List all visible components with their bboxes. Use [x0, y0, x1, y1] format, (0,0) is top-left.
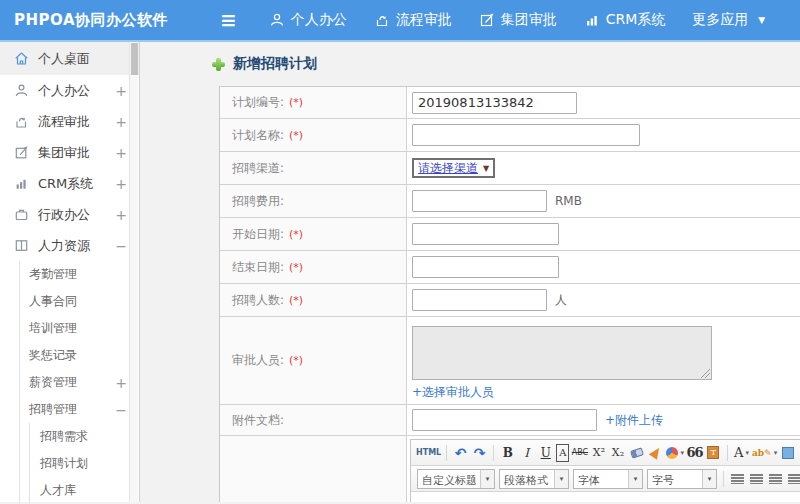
html-source-button[interactable]: HTML	[416, 444, 441, 462]
subitem-label: 招聘管理	[29, 401, 77, 418]
font-family-select[interactable]: 字体▾	[573, 469, 643, 489]
add-plus-icon	[212, 58, 225, 71]
plan-number-input[interactable]	[412, 92, 577, 114]
form-row-attachment: 附件文档: +附件上传	[220, 405, 800, 436]
sidebar: 个人桌面 个人办公 + 流程审批 + 集团审批 +	[0, 42, 140, 502]
form-row-end-date: 结束日期: (*)	[220, 251, 800, 284]
channel-select[interactable]: 请选择渠道 ▼	[412, 158, 495, 178]
topnav-personal-office[interactable]: 个人办公	[269, 11, 347, 29]
dropdown-arrow-icon: ▾	[702, 470, 716, 488]
dropdown-arrow-icon: ▾	[480, 470, 494, 488]
sidebar-subitem-hr-contract[interactable]: 人事合同	[20, 288, 139, 315]
sidebar-subitem-training[interactable]: 培训管理	[20, 315, 139, 342]
end-date-input[interactable]	[412, 256, 559, 278]
sidebar-item-workflow-approval[interactable]: 流程审批 +	[0, 106, 139, 137]
form-row-channel: 招聘渠道: 请选择渠道 ▼	[220, 152, 800, 185]
hr-submenu: 考勤管理 人事合同 培训管理 奖惩记录 薪资管理 + 招聘管理 − 招聘需求	[19, 261, 139, 504]
sidebar-item-human-resources[interactable]: 人力资源 −	[0, 230, 139, 261]
italic-button[interactable]: I	[518, 444, 535, 462]
expand-plus-icon[interactable]: +	[115, 145, 127, 161]
recruitment-plan-form: 计划编号: (*) 计划名称: (*) 招聘渠道	[219, 86, 800, 502]
topnav-more-apps[interactable]: 更多应用 ▼	[692, 11, 765, 29]
expand-plus-icon[interactable]: +	[115, 207, 127, 223]
image-icon	[782, 447, 794, 459]
topnav-label: CRM系统	[606, 11, 666, 29]
custom-title-select[interactable]: 自定义标题▾	[417, 469, 495, 489]
font-size-select[interactable]: 字号▾	[647, 469, 717, 489]
sidebar-item-personal-desktop[interactable]: 个人桌面	[0, 42, 139, 75]
attachment-upload-link[interactable]: +附件上传	[605, 412, 663, 429]
start-date-input[interactable]	[412, 223, 559, 245]
sidebar-subitem-salary[interactable]: 薪资管理 +	[20, 369, 139, 396]
approvers-textarea[interactable]	[412, 326, 712, 380]
bold-button[interactable]: B	[499, 444, 516, 462]
expand-plus-icon[interactable]: +	[115, 176, 127, 192]
collapse-minus-icon[interactable]: −	[115, 238, 127, 254]
sidebar-subitem-recruitment[interactable]: 招聘管理 −	[20, 396, 139, 423]
subitem-label: 人才库	[40, 482, 76, 499]
sidebar-scrollbar[interactable]	[129, 42, 138, 502]
superscript-button[interactable]: X²	[590, 444, 607, 462]
sidebar-subitem-talent-pool[interactable]: 人才库	[30, 477, 139, 504]
sidebar-item-label: 行政办公	[38, 206, 90, 224]
scrollbar-thumb[interactable]	[131, 43, 138, 75]
form-row-plan-number: 计划编号: (*)	[220, 87, 800, 119]
sidebar-item-admin-office[interactable]: 行政办公 +	[0, 199, 139, 230]
topnav-workflow-approval[interactable]: 流程审批	[374, 11, 452, 29]
strikethrough-button[interactable]: ABC	[571, 444, 588, 462]
sidebar-item-personal-office[interactable]: 个人办公 +	[0, 75, 139, 106]
topnav-label: 更多应用	[692, 11, 748, 29]
expand-plus-icon[interactable]: +	[115, 375, 127, 391]
workflow-icon	[374, 12, 390, 28]
underline-button[interactable]: U	[537, 444, 554, 462]
plan-name-input[interactable]	[412, 124, 640, 146]
hamburger-menu-icon[interactable]: ≡	[220, 10, 237, 30]
workflow-icon	[14, 114, 29, 129]
align-center-button[interactable]	[748, 470, 765, 488]
required-mark: (*)	[289, 354, 303, 367]
topnav-label: 个人办公	[291, 11, 347, 29]
cost-input[interactable]	[412, 190, 547, 212]
eraser-button[interactable]	[628, 444, 645, 462]
paste-button[interactable]: T	[705, 444, 722, 462]
required-mark: (*)	[289, 294, 303, 307]
insert-image-button[interactable]	[779, 444, 796, 462]
select-approvers-link[interactable]: +选择审批人员	[412, 384, 494, 401]
paragraph-format-select[interactable]: 段落格式▾	[499, 469, 569, 489]
font-color-button[interactable]: A▾	[733, 444, 750, 462]
sidebar-item-crm-system[interactable]: CRM系统 +	[0, 168, 139, 199]
topnav-label: 流程审批	[396, 11, 452, 29]
sidebar-subitem-recruit-demand[interactable]: 招聘需求	[30, 423, 139, 450]
expand-plus-icon[interactable]: +	[115, 83, 127, 99]
redo-button[interactable]: ↷	[471, 444, 488, 462]
field-label: 开始日期:	[232, 226, 284, 243]
topnav-crm-system[interactable]: CRM系统	[584, 11, 666, 29]
person-suffix: 人	[555, 292, 567, 309]
subscript-button[interactable]: X₂	[609, 444, 626, 462]
blockquote-button[interactable]: 66	[686, 444, 703, 462]
align-left-button[interactable]	[729, 470, 746, 488]
app-title: PHPOA协同办公软件	[0, 11, 168, 30]
format-brush-button[interactable]	[647, 444, 664, 462]
attachment-input[interactable]	[412, 409, 597, 431]
background-color-button[interactable]: ▾	[666, 444, 684, 462]
topnav-group-approval[interactable]: 集团审批	[479, 11, 557, 29]
sidebar-item-group-approval[interactable]: 集团审批 +	[0, 137, 139, 168]
sidebar-subitem-rewards[interactable]: 奖惩记录	[20, 342, 139, 369]
undo-button[interactable]: ↶	[452, 444, 469, 462]
brush-icon	[649, 445, 664, 460]
select-arrow-icon: ▼	[483, 164, 489, 173]
headcount-input[interactable]	[412, 289, 547, 311]
align-right-button[interactable]	[767, 470, 784, 488]
collapse-minus-icon[interactable]: −	[115, 402, 127, 418]
resize-handle[interactable]	[701, 369, 710, 378]
editor-content-area[interactable]	[411, 492, 800, 502]
autotypeset-button[interactable]: A	[556, 444, 569, 462]
expand-plus-icon[interactable]: +	[115, 114, 127, 130]
channel-select-value: 请选择渠道	[418, 160, 478, 177]
sidebar-subitem-recruit-plan[interactable]: 招聘计划	[30, 450, 139, 477]
align-justify-button[interactable]	[786, 470, 800, 488]
highlight-button[interactable]: ab✎▾	[752, 444, 777, 462]
sidebar-subitem-attendance[interactable]: 考勤管理	[20, 261, 139, 288]
rich-text-editor: HTML ↶ ↷ B I U A ABC X² X₂	[410, 439, 800, 502]
